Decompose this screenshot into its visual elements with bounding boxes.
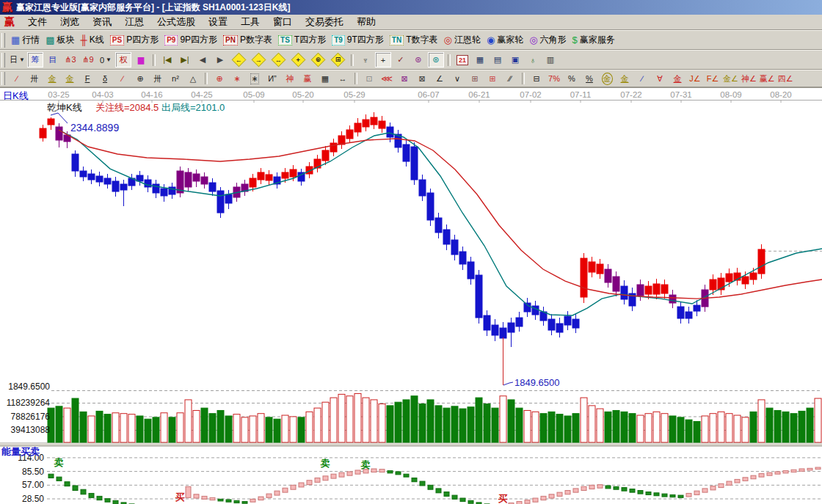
toolbar-button-winner-wheel[interactable]: ◉赢家轮 [487, 34, 523, 46]
draw-gold-red[interactable]: 金 [669, 71, 685, 87]
menu-item-设置[interactable]: 设置 [202, 15, 234, 29]
draw-forall-tool[interactable]: ∀ [652, 71, 668, 87]
toolbar-button-kline[interactable]: ╫K线 [81, 34, 104, 46]
draw-percent[interactable]: % [564, 71, 580, 87]
draw-measure-width[interactable]: ↔ [335, 71, 351, 87]
draw-gold-grid-2[interactable]: 金 [62, 71, 78, 87]
toolbar-button-hexagon[interactable]: ◎六角形 [529, 34, 566, 46]
view-period-daily[interactable]: 日▼ [9, 52, 26, 67]
menu-item-浏览[interactable]: 浏览 [54, 15, 86, 29]
draw-parallel-lines[interactable]: ∕∕ [502, 71, 518, 87]
view-mini-chart-9[interactable]: ⋔9 [80, 52, 96, 67]
view-rights-adjust[interactable]: 权 [115, 52, 131, 67]
toolbar-handle[interactable] [1, 53, 5, 67]
toolbar-button-9p-square[interactable]: P99P四方形 [164, 34, 217, 46]
menu-item-工具[interactable]: 工具 [234, 15, 266, 29]
chart-canvas[interactable]: 卖买卖卖买03-2504-0304-1604-2505-0905-2005-29… [0, 88, 822, 504]
draw-grid-box-red[interactable]: ⊞ [484, 71, 501, 87]
draw-f-grid[interactable]: F [79, 71, 95, 87]
draw-win-grid[interactable]: 赢 [299, 71, 316, 87]
draw-angle-lines[interactable]: ∠ [432, 71, 448, 87]
draw-circle-ticks[interactable]: ⊕ [132, 71, 148, 87]
view-calendar[interactable]: 21 [454, 52, 470, 67]
view-computer[interactable]: ▥ [542, 52, 559, 67]
menu-item-帮助[interactable]: 帮助 [350, 15, 382, 29]
draw-percent-7[interactable]: 7% [546, 71, 562, 87]
view-zoom-in[interactable]: + [289, 52, 308, 67]
menu-item-江恩[interactable]: 江恩 [118, 15, 150, 29]
draw-pen-line-2[interactable]: ∕ [114, 71, 131, 87]
view-hand-tool[interactable]: ♆ [357, 52, 374, 67]
draw-compass[interactable]: ⊕ [211, 71, 228, 87]
view-notes[interactable]: ▤ [490, 52, 506, 67]
view-zoom-grid[interactable]: ⊞ [329, 52, 347, 67]
toolbar-button-p-number-table[interactable]: PNP数字表 [223, 34, 272, 46]
draw-shen-grid[interactable]: 神 [282, 71, 298, 87]
view-mini-chart-3[interactable]: ⋔3 [62, 52, 79, 67]
draw-spiral[interactable]: δ [97, 71, 113, 87]
toolbar-button-winner-service[interactable]: $赢家服务 [572, 34, 615, 46]
title-bar[interactable]: 赢 赢家江恩专业版[赢家内部服务平台] - [上证指数 SH1A0001-123… [0, 0, 822, 15]
draw-grid-lines-2[interactable]: 卅 [150, 71, 166, 87]
view-zoom-all[interactable]: ⊕ [309, 52, 327, 67]
view-last[interactable]: ▶| [177, 52, 193, 67]
view-histogram[interactable]: ▆ [133, 52, 149, 67]
view-prev[interactable]: ◀ [194, 52, 211, 67]
view-brain-purple[interactable]: ⊛ [410, 52, 426, 67]
toolbar-button-quotes[interactable]: ▦行情 [11, 34, 40, 46]
view-brain-teal[interactable]: ⊛ [428, 52, 444, 67]
view-candle-style[interactable]: 0▼ [98, 52, 114, 67]
toolbar-button-t-square[interactable]: TST四方形 [278, 34, 326, 46]
draw-pen-line[interactable]: ∕ [9, 71, 25, 87]
toolbar-handle[interactable] [1, 72, 5, 85]
menu-item-交易委托[interactable]: 交易委托 [299, 15, 350, 29]
view-pan-right[interactable]: → [250, 52, 268, 67]
menu-item-窗口[interactable]: 窗口 [266, 15, 299, 29]
view-list-view[interactable]: 目 [45, 52, 61, 67]
view-zoom-horizontal[interactable]: ↔ [269, 52, 288, 67]
draw-gann-fan[interactable]: ⋘ [379, 71, 395, 87]
draw-v-lines[interactable]: ∨ [449, 71, 465, 87]
toolbar-button-sectors[interactable]: ▩板块 [46, 34, 74, 46]
draw-fan-box[interactable]: ⊠ [396, 71, 412, 87]
view-next[interactable]: ▶ [212, 52, 228, 67]
draw-f-angle[interactable]: F∠ [705, 71, 721, 87]
menu-item-资讯[interactable]: 资讯 [86, 15, 118, 29]
draw-fan-box-dense[interactable]: ⊠ [414, 71, 430, 87]
draw-blue-pen[interactable]: ∕ [634, 71, 650, 87]
draw-wave-marks[interactable]: И” [264, 71, 280, 87]
menu-item-公式选股[interactable]: 公式选股 [150, 15, 202, 29]
view-save[interactable]: ▣ [507, 52, 523, 67]
draw-n-square[interactable]: n² [167, 71, 183, 87]
view-chips[interactable]: 筹 [27, 52, 43, 67]
draw-gold-grid-1[interactable]: 金 [44, 71, 60, 87]
draw-star-grid-boxed[interactable]: ∗ [247, 71, 263, 87]
draw-percent-lines[interactable]: % [581, 71, 597, 87]
view-mark-tool[interactable]: ✓ [393, 52, 409, 67]
view-first[interactable]: |◀ [159, 52, 175, 67]
draw-win-angle[interactable]: 赢∠ [759, 71, 776, 87]
view-calculator[interactable]: ▦ [472, 52, 488, 67]
toolbar-button-t-number-table[interactable]: TNT数字表 [390, 34, 438, 46]
draw-j-angle[interactable]: J∠ [687, 71, 703, 87]
menu-item-文件[interactable]: 文件 [21, 15, 54, 29]
draw-bar-panel[interactable]: ⊟ [528, 71, 545, 87]
draw-box-tool[interactable]: ⊡ [361, 71, 377, 87]
toolbar-handle[interactable] [1, 33, 5, 48]
draw-gold-levels[interactable]: 金 [616, 71, 633, 87]
toolbar-button-p-square[interactable]: PSP四方形 [110, 34, 159, 46]
view-pan-left[interactable]: ← [230, 52, 248, 67]
view-crosshair-tool[interactable]: + [375, 52, 391, 67]
draw-four-angle[interactable]: 四∠ [777, 71, 794, 87]
draw-ruler-123[interactable]: ▦ [317, 71, 333, 87]
draw-shen-angle[interactable]: 神∠ [741, 71, 757, 87]
draw-gold-angle[interactable]: 金∠ [722, 71, 739, 87]
draw-gold-circle[interactable]: 金 [599, 71, 615, 87]
draw-grid-box[interactable]: ⊞ [467, 71, 483, 87]
draw-grid-lines[interactable]: 卅 [26, 71, 43, 87]
draw-star-grid[interactable]: ∗ [229, 71, 245, 87]
toolbar-button-9t-square[interactable]: T99T四方形 [332, 34, 384, 46]
draw-triangle[interactable]: △ [185, 71, 201, 87]
view-network[interactable]: ♁ [525, 52, 541, 67]
toolbar-button-gann-wheel[interactable]: ◎江恩轮 [444, 34, 481, 46]
